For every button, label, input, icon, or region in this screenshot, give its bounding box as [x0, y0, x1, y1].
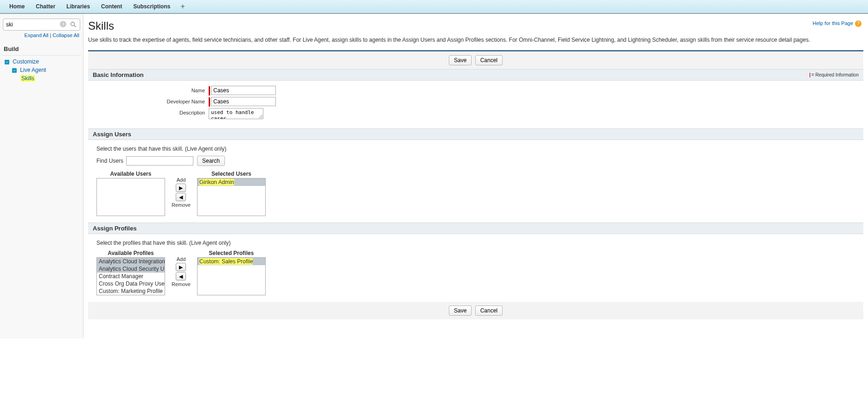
tab-libraries[interactable]: Libraries [61, 0, 96, 13]
selected-profiles-list[interactable]: Custom: Sales Profile [197, 257, 266, 295]
customize-link[interactable]: Customize [13, 58, 39, 65]
description-field[interactable]: used to handle cases [209, 108, 263, 119]
question-icon: ? [855, 20, 862, 27]
required-legend: |= Required Information [809, 72, 859, 77]
cancel-button[interactable]: Cancel [475, 306, 503, 316]
tab-home[interactable]: Home [4, 0, 30, 13]
assign-profiles-header: Assign Profiles [88, 223, 863, 234]
info-icon[interactable]: i [60, 21, 66, 27]
search-icon[interactable] [69, 20, 77, 29]
intro-text: Use skills to track the expertise of age… [88, 36, 863, 44]
tab-content[interactable]: Content [96, 0, 128, 13]
list-item[interactable]: Cross Org Data Proxy Use [97, 280, 165, 287]
list-item[interactable]: Girikon Admin [198, 178, 265, 186]
add-user-button[interactable]: ▶ [176, 184, 186, 192]
add-tab-icon[interactable]: + [176, 0, 189, 13]
minus-icon[interactable]: − [5, 60, 9, 64]
minus-icon[interactable]: − [12, 68, 17, 73]
list-item[interactable]: Analytics Cloud Integration [97, 258, 165, 265]
remove-label: Remove [172, 202, 191, 208]
available-profiles-list[interactable]: Analytics Cloud Integration Analytics Cl… [96, 257, 165, 295]
selected-profiles-title: Selected Profiles [197, 250, 266, 256]
top-button-row: Save Cancel [88, 51, 863, 69]
page-title: Skills [88, 19, 863, 32]
main-content: Help for this Page? Skills Use skills to… [83, 14, 868, 338]
skills-link[interactable]: Skills [20, 75, 35, 82]
tab-chatter[interactable]: Chatter [30, 0, 61, 13]
available-profiles-title: Available Profiles [96, 250, 165, 256]
bottom-button-row: Save Cancel [88, 302, 863, 319]
quick-find-input[interactable] [3, 19, 80, 31]
available-users-list[interactable] [96, 178, 165, 216]
tab-subscriptions[interactable]: Subscriptions [128, 0, 176, 13]
list-item[interactable]: Analytics Cloud Security U: [97, 265, 165, 273]
developer-name-label: Developer Name [93, 97, 209, 104]
required-bar-icon [209, 97, 210, 107]
save-button[interactable]: Save [449, 306, 472, 316]
live-agent-link[interactable]: Live Agent [20, 67, 46, 73]
name-label: Name [93, 86, 209, 93]
help-link[interactable]: Help for this Page? [813, 20, 862, 27]
tree-customize[interactable]: − Customize [5, 57, 81, 66]
add-label: Add [172, 256, 191, 262]
list-item[interactable]: Custom: Marketing Profile [97, 287, 165, 295]
find-users-input[interactable] [126, 156, 193, 166]
sidebar: i Expand All | Collapse All Build − Cust… [0, 14, 83, 338]
build-header: Build [2, 43, 81, 56]
expand-all-link[interactable]: Expand All [25, 32, 49, 38]
tree-live-agent[interactable]: − Live Agent [5, 66, 81, 74]
name-field[interactable] [211, 86, 276, 95]
description-label: Description [93, 108, 209, 115]
search-button[interactable]: Search [197, 156, 225, 166]
find-users-label: Find Users [96, 158, 123, 164]
tree-skills[interactable]: Skills [5, 74, 81, 83]
assign-profiles-note: Select the profiles that have this skill… [96, 240, 859, 246]
remove-profile-button[interactable]: ◀ [176, 272, 186, 280]
assign-users-header: Assign Users [88, 128, 863, 140]
collapse-all-link[interactable]: Collapse All [53, 32, 79, 38]
top-tabbar: Home Chatter Libraries Content Subscript… [0, 0, 868, 14]
selected-users-list[interactable]: Girikon Admin [197, 178, 266, 216]
selected-users-title: Selected Users [197, 171, 266, 177]
cancel-button[interactable]: Cancel [475, 55, 503, 65]
required-bar-icon [209, 86, 210, 96]
add-label: Add [172, 177, 191, 183]
assign-users-note: Select the users that have this skill. (… [96, 146, 859, 152]
developer-name-field[interactable] [211, 97, 276, 106]
svg-line-1 [74, 25, 76, 27]
list-item[interactable]: Custom: Sales Profile [198, 258, 265, 265]
available-users-title: Available Users [96, 171, 165, 177]
list-item[interactable]: Contract Manager [97, 273, 165, 280]
list-item[interactable]: Custom: Support Profile [97, 295, 165, 295]
add-profile-button[interactable]: ▶ [176, 263, 186, 271]
save-button[interactable]: Save [449, 55, 472, 65]
remove-label: Remove [172, 281, 191, 287]
basic-info-header: Basic Information |= Required Informatio… [88, 69, 863, 81]
svg-point-0 [71, 22, 75, 26]
remove-user-button[interactable]: ◀ [176, 193, 186, 201]
